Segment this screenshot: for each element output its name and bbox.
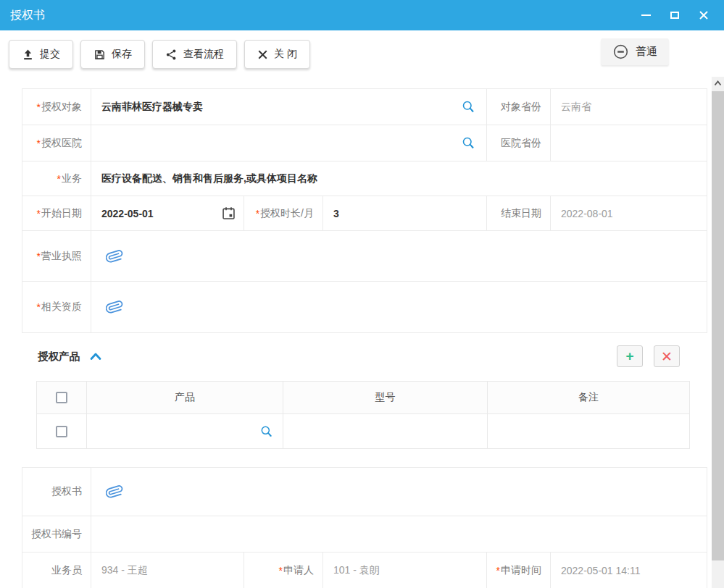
form-bottom: 授权书 授权书编号 业务员 934 - 王超 *	[22, 467, 707, 588]
duration-field[interactable]: 3	[323, 196, 487, 230]
toolbar: 提交 保存 查看流程 关 闭	[0, 30, 724, 77]
row-authorization-no: 授权书编号	[22, 516, 707, 553]
maximize-icon[interactable]	[669, 9, 681, 21]
product-section-title: 授权产品	[38, 350, 80, 364]
business-license-label: * 营业执照	[22, 231, 91, 281]
business-license-attach	[91, 231, 707, 281]
apply-time-label: * 申请时间	[487, 553, 551, 588]
scroll-up-icon[interactable]	[712, 77, 724, 90]
save-icon	[93, 49, 106, 61]
authorize-hospital-label: * 授权医院	[22, 125, 91, 161]
target-province-label: 对象省份	[487, 89, 551, 125]
select-all-checkbox[interactable]	[56, 392, 67, 403]
dialog-title: 授权书	[10, 8, 45, 23]
submit-button[interactable]: 提交	[9, 40, 73, 69]
select-all-cell	[37, 382, 87, 413]
authorization-letter-label: 授权书	[22, 468, 91, 516]
authorize-hospital-field[interactable]	[91, 125, 487, 161]
row-authorization-letter: 授权书	[22, 468, 707, 516]
window-controls	[640, 9, 714, 21]
start-date-label: * 开始日期	[22, 196, 91, 230]
chevron-up-icon[interactable]	[88, 350, 103, 363]
target-province-value: 云南省	[551, 89, 707, 125]
business-field[interactable]: 医疗设备配送、销售和售后服务,或具体项目名称	[91, 161, 707, 196]
row-dates: * 开始日期 2022-05-01 * 授权时长/月 3 结束日期 20	[22, 196, 707, 231]
applicant-value: 101 - 袁朗	[323, 553, 487, 588]
share-icon	[165, 49, 178, 61]
toolbar-buttons: 提交 保存 查看流程 关 闭	[9, 40, 310, 69]
vertical-scrollbar[interactable]	[712, 77, 724, 588]
duration-label: * 授权时长/月	[244, 196, 323, 230]
authorization-no-value	[91, 516, 707, 552]
note-column-header: 备注	[488, 382, 689, 413]
row-authorize-target: * 授权对象 云南菲林医疗器械专卖 对象省份 云南省	[22, 89, 707, 125]
apply-time-value: 2022-05-01 14:11	[551, 553, 707, 588]
priority-label: 普通	[636, 45, 657, 59]
model-cell[interactable]	[283, 414, 488, 448]
add-product-button[interactable]: +	[617, 345, 643, 367]
row-authorize-hospital: * 授权医院 医院省份	[22, 125, 707, 161]
row-checkbox[interactable]	[56, 426, 67, 437]
remove-product-button[interactable]: ✕	[654, 345, 680, 367]
row-related-qualification: * 相关资质	[22, 282, 707, 332]
hospital-province-value	[551, 125, 707, 161]
authorization-dialog: 授权书 提交 保存	[0, 0, 724, 588]
authorize-target-label: * 授权对象	[22, 89, 91, 125]
row-people: 业务员 934 - 王超 * 申请人 101 - 袁朗 * 申请时间 2022-…	[22, 553, 707, 588]
related-qualification-attach	[91, 282, 707, 332]
product-table-header: 产品 型号 备注	[37, 382, 689, 414]
paperclip-icon[interactable]	[106, 298, 123, 316]
save-button[interactable]: 保存	[80, 40, 145, 69]
scrollbar-thumb[interactable]	[712, 91, 724, 560]
related-qualification-label: * 相关资质	[22, 282, 91, 332]
row-business-license: * 营业执照	[22, 231, 707, 282]
search-icon[interactable]	[461, 99, 476, 114]
product-section-header: 授权产品 + ✕	[22, 332, 707, 381]
note-cell[interactable]	[488, 414, 689, 448]
view-flow-button[interactable]: 查看流程	[152, 40, 237, 69]
search-icon[interactable]	[259, 424, 274, 439]
product-table: 产品 型号 备注	[36, 381, 690, 449]
close-icon	[257, 49, 268, 60]
business-label: * 业务	[22, 161, 91, 196]
upload-icon	[22, 49, 34, 61]
paperclip-icon[interactable]	[106, 483, 123, 500]
close-button[interactable]: 关 闭	[244, 40, 310, 69]
salesman-label: 业务员	[22, 553, 91, 588]
form-main: * 授权对象 云南菲林医疗器械专卖 对象省份 云南省 * 授权医院	[22, 88, 707, 333]
titlebar: 授权书	[0, 0, 724, 30]
applicant-label: * 申请人	[244, 553, 323, 588]
start-date-field[interactable]: 2022-05-01	[91, 196, 244, 230]
product-cell[interactable]	[87, 414, 283, 448]
row-select-cell	[37, 414, 87, 448]
paperclip-icon[interactable]	[106, 248, 123, 265]
model-column-header: 型号	[283, 382, 488, 413]
calendar-icon[interactable]	[221, 206, 236, 221]
authorization-no-label: 授权书编号	[22, 516, 91, 552]
minimize-icon[interactable]	[640, 9, 652, 21]
product-column-header: 产品	[87, 382, 283, 413]
authorize-target-field[interactable]: 云南菲林医疗器械专卖	[91, 89, 487, 125]
authorization-letter-attach	[91, 468, 707, 516]
search-icon[interactable]	[461, 135, 476, 151]
close-window-icon[interactable]	[698, 9, 710, 21]
circle-minus-icon	[612, 43, 629, 60]
end-date-label: 结束日期	[487, 196, 551, 230]
row-business: * 业务 医疗设备配送、销售和售后服务,或具体项目名称	[22, 161, 707, 196]
product-table-row	[37, 414, 689, 448]
end-date-value: 2022-08-01	[551, 196, 707, 230]
priority-selector[interactable]: 普通	[601, 38, 669, 65]
hospital-province-label: 医院省份	[487, 125, 551, 161]
salesman-value: 934 - 王超	[91, 553, 244, 588]
